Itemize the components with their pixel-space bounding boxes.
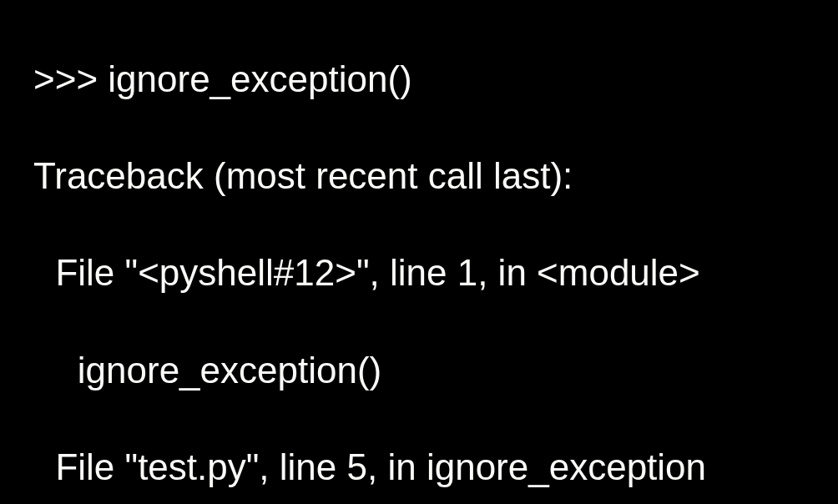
- traceback-block: >>> ignore_exception() Traceback (most r…: [33, 7, 810, 504]
- stack-frame-2-file: File "test.py", line 5, in ignore_except…: [33, 443, 810, 491]
- repl-call-line: >>> ignore_exception(): [33, 55, 810, 103]
- traceback-header: Traceback (most recent call last):: [33, 152, 810, 200]
- stack-frame-1-file: File "<pyshell#12>", line 1, in <module>: [33, 249, 810, 297]
- stack-frame-1-code: ignore_exception(): [33, 346, 810, 395]
